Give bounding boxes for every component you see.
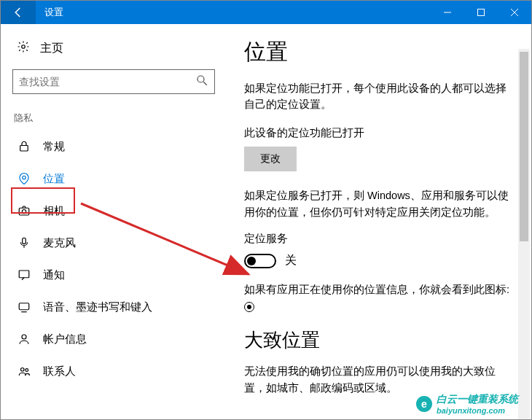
nav-item-contacts[interactable]: 联系人 bbox=[12, 355, 215, 387]
nav-item-label: 麦克风 bbox=[43, 236, 76, 250]
nav-item-label: 联系人 bbox=[43, 365, 76, 378]
location-icon bbox=[17, 171, 31, 186]
page-heading: 位置 bbox=[244, 37, 514, 67]
svg-point-4 bbox=[22, 45, 26, 49]
close-button[interactable] bbox=[498, 1, 531, 24]
in-use-text: 如果有应用正在使用你的位置信息，你就会看到此图标: bbox=[244, 281, 514, 314]
maximize-button[interactable] bbox=[464, 1, 498, 24]
nav-item-speech-inking[interactable]: 语音、墨迹书写和键入 bbox=[12, 291, 215, 323]
sidebar: 主页 隐私 常规 位置 bbox=[1, 24, 227, 419]
nav-item-label: 帐户信息 bbox=[43, 332, 87, 346]
notification-icon bbox=[17, 268, 31, 282]
svg-point-8 bbox=[23, 176, 26, 179]
nav-item-camera[interactable]: 相机 bbox=[12, 195, 215, 227]
location-service-toggle[interactable] bbox=[244, 254, 276, 268]
minimize-button[interactable] bbox=[431, 1, 464, 24]
nav-item-notifications[interactable]: 通知 bbox=[12, 259, 215, 291]
gear-icon bbox=[17, 40, 30, 56]
search-box[interactable] bbox=[12, 69, 215, 94]
search-icon bbox=[195, 74, 208, 90]
svg-point-16 bbox=[26, 369, 28, 372]
svg-rect-1 bbox=[478, 9, 485, 16]
window-title: 设置 bbox=[44, 6, 431, 19]
title-bar: 设置 bbox=[1, 1, 531, 24]
nav-item-label: 常规 bbox=[43, 140, 65, 154]
watermark-logo: e bbox=[416, 396, 432, 412]
search-input[interactable] bbox=[19, 76, 195, 88]
nav-item-general[interactable]: 常规 bbox=[12, 131, 215, 163]
location-service-label: 定位服务 bbox=[244, 232, 514, 246]
scrollbar-thumb[interactable] bbox=[520, 52, 528, 241]
device-location-status: 此设备的定位功能已打开 bbox=[244, 125, 514, 141]
svg-point-10 bbox=[22, 210, 26, 214]
svg-line-6 bbox=[203, 82, 207, 85]
intro-text: 如果定位功能已打开，每个使用此设备的人都可以选择自己的定位设置。 bbox=[244, 80, 514, 113]
svg-rect-11 bbox=[23, 238, 26, 244]
account-icon bbox=[17, 332, 31, 346]
watermark-url: baiyunxitong.com bbox=[437, 406, 518, 415]
nav-item-label: 通知 bbox=[43, 268, 65, 282]
svg-rect-12 bbox=[19, 271, 29, 278]
camera-icon bbox=[17, 203, 31, 218]
approx-location-heading: 大致位置 bbox=[244, 327, 514, 353]
approx-location-text: 无法使用我的确切位置的应用仍可以使用我的大致位置，如城市、邮政编码或区域。 bbox=[244, 363, 514, 396]
toggle-state-label: 关 bbox=[285, 253, 297, 268]
nav-item-label: 语音、墨迹书写和键入 bbox=[43, 300, 152, 314]
svg-rect-9 bbox=[19, 208, 29, 215]
nav-item-label: 相机 bbox=[43, 204, 65, 218]
watermark: e 白云一键重装系统 baiyunxitong.com bbox=[416, 393, 518, 415]
change-button[interactable]: 更改 bbox=[244, 147, 297, 171]
home-link[interactable]: 主页 bbox=[12, 34, 215, 62]
lock-icon bbox=[17, 139, 31, 154]
nav-list: 常规 位置 相机 麦克风 bbox=[12, 131, 215, 387]
back-button[interactable] bbox=[1, 1, 36, 24]
svg-point-14 bbox=[22, 335, 26, 339]
watermark-text: 白云一键重装系统 bbox=[437, 393, 518, 406]
home-label: 主页 bbox=[40, 41, 63, 56]
main-panel: 位置 如果定位功能已打开，每个使用此设备的人都可以选择自己的定位设置。 此设备的… bbox=[227, 24, 531, 419]
svg-rect-7 bbox=[20, 146, 28, 152]
svg-point-15 bbox=[21, 368, 25, 372]
vertical-scrollbar[interactable] bbox=[518, 49, 530, 419]
contacts-icon bbox=[17, 364, 31, 378]
nav-group-label: 隐私 bbox=[12, 112, 215, 125]
nav-item-location[interactable]: 位置 bbox=[12, 163, 215, 195]
location-indicator-icon bbox=[244, 302, 254, 312]
svg-rect-13 bbox=[19, 303, 29, 310]
microphone-icon bbox=[17, 236, 31, 250]
nav-item-microphone[interactable]: 麦克风 bbox=[12, 227, 215, 259]
nav-item-account-info[interactable]: 帐户信息 bbox=[12, 323, 215, 355]
speech-icon bbox=[17, 300, 31, 314]
nav-item-label: 位置 bbox=[43, 172, 65, 186]
svg-point-5 bbox=[197, 76, 204, 82]
location-service-note: 如果定位服务已打开，则 Windows、应用和服务可以使用你的位置，但你仍可针对… bbox=[244, 187, 514, 220]
